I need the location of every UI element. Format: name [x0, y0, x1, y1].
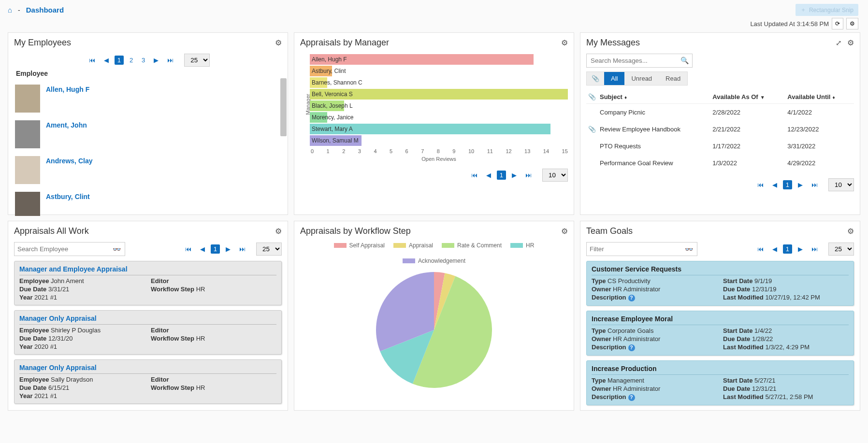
prev-page-icon[interactable]: ◀: [483, 171, 494, 180]
attachment-filter-icon[interactable]: 📎: [587, 72, 604, 85]
page-2[interactable]: 2: [127, 56, 136, 65]
settings-button[interactable]: ⚙: [846, 18, 858, 29]
page-size-select[interactable]: 10: [542, 169, 568, 182]
avatar: [15, 192, 40, 216]
message-row[interactable]: 📎 Review Employee Handbook 2/21/2022 12/…: [586, 121, 854, 138]
first-page-icon[interactable]: ⏮: [86, 56, 98, 65]
page-size-select[interactable]: 25: [256, 243, 282, 256]
card-title: Increase Employee Moral: [592, 315, 849, 325]
breadcrumb-dashboard[interactable]: Dashboard: [26, 6, 64, 14]
avatar: [15, 156, 40, 184]
card-title: Manager Only Appraisal: [19, 314, 276, 325]
goal-card[interactable]: Increase Production Type ManagementStart…: [586, 360, 854, 405]
bar-row[interactable]: Allen, Hugh F: [310, 54, 568, 65]
bar-row[interactable]: Barnes, Shannon C: [310, 77, 568, 88]
current-page[interactable]: 1: [211, 244, 220, 254]
last-page-icon[interactable]: ⏭: [809, 244, 821, 254]
employee-column-header[interactable]: Employee: [14, 67, 282, 81]
last-page-icon[interactable]: ⏭: [809, 180, 821, 189]
page-size-select[interactable]: 10: [828, 178, 854, 191]
filter-read[interactable]: Read: [659, 72, 687, 85]
last-page-icon[interactable]: ⏭: [164, 56, 176, 65]
col-subject[interactable]: Subject♦: [598, 90, 710, 104]
bar-row[interactable]: Morency, Janice: [310, 112, 568, 123]
help-icon[interactable]: ?: [628, 344, 635, 351]
first-page-icon[interactable]: ⏮: [468, 171, 480, 180]
search-icon[interactable]: 🔍: [680, 57, 689, 64]
card-title: Increase Production: [592, 365, 849, 375]
gear-icon[interactable]: ⚙: [275, 38, 282, 47]
current-page[interactable]: 1: [783, 180, 792, 189]
first-page-icon[interactable]: ⏮: [754, 180, 767, 189]
gear-icon[interactable]: ⚙: [561, 227, 568, 236]
rectangular-snip-button[interactable]: ＋ Rectangular Snip: [796, 4, 858, 16]
last-page-icon[interactable]: ⏭: [236, 244, 248, 254]
message-row[interactable]: Performance Goal Review 1/3/2022 4/29/20…: [586, 155, 854, 171]
binoculars-icon[interactable]: 👓: [109, 243, 125, 255]
employee-row[interactable]: Allen, Hugh F: [14, 81, 282, 116]
bar-row[interactable]: Wilson, Samual M: [310, 135, 568, 146]
page-1[interactable]: 1: [115, 56, 124, 65]
bar-row[interactable]: Astbury, Clint: [310, 65, 568, 77]
prev-page-icon[interactable]: ◀: [197, 244, 208, 254]
gear-icon[interactable]: ⚙: [847, 227, 854, 236]
employee-row[interactable]: Astbury, Clint: [14, 188, 282, 216]
current-page[interactable]: 1: [783, 244, 792, 254]
goal-card[interactable]: Increase Employee Moral Type Corporate G…: [586, 311, 854, 356]
popout-icon[interactable]: ⤢: [836, 39, 842, 47]
col-asof[interactable]: Available As Of▼: [710, 90, 785, 104]
appraisal-card[interactable]: Manager Only Appraisal Employee Sally Dr…: [14, 359, 282, 404]
employee-row[interactable]: Ament, John: [14, 116, 282, 152]
gear-icon[interactable]: ⚙: [847, 39, 854, 47]
appraisal-card[interactable]: Manager and Employee Appraisal Employee …: [14, 261, 282, 305]
message-row[interactable]: PTO Requests 1/17/2022 3/31/2022: [586, 138, 854, 155]
filter-all[interactable]: All: [604, 72, 624, 85]
current-page[interactable]: 1: [497, 171, 506, 180]
home-icon[interactable]: ⌂: [8, 6, 12, 14]
prev-page-icon[interactable]: ◀: [769, 244, 780, 254]
next-page-icon[interactable]: ▶: [795, 244, 806, 254]
col-until[interactable]: Available Until♦: [785, 90, 854, 104]
employee-list[interactable]: Allen, Hugh F Ament, John Andrews, Clay …: [14, 81, 282, 216]
page-size-select[interactable]: 25: [828, 243, 854, 256]
filter-unread[interactable]: Unread: [624, 72, 659, 85]
next-page-icon[interactable]: ▶: [151, 56, 161, 65]
gear-icon[interactable]: ⚙: [561, 38, 568, 47]
next-page-icon[interactable]: ▶: [223, 244, 233, 254]
tick-label: 3: [358, 148, 361, 154]
bar-row[interactable]: Black, Joseph L: [310, 100, 568, 112]
help-icon[interactable]: ?: [628, 295, 635, 301]
tick-label: 10: [468, 148, 474, 154]
appraisal-card[interactable]: Manager Only Appraisal Employee Shirley …: [14, 310, 282, 355]
last-page-icon[interactable]: ⏭: [522, 171, 535, 180]
next-page-icon[interactable]: ▶: [795, 180, 806, 189]
tick-label: 6: [405, 148, 408, 154]
prev-page-icon[interactable]: ◀: [769, 180, 780, 189]
first-page-icon[interactable]: ⏮: [754, 244, 767, 254]
help-icon[interactable]: ?: [628, 394, 635, 401]
bar-row[interactable]: Bell, Veronica S: [310, 88, 568, 100]
until-cell: 3/31/2022: [785, 138, 854, 155]
bar-row[interactable]: Stewart, Mary A: [310, 123, 568, 135]
page-size-select[interactable]: 25: [184, 54, 210, 67]
goal-card[interactable]: Customer Service Requests Type CS Produc…: [586, 261, 854, 306]
next-page-icon[interactable]: ▶: [509, 171, 520, 180]
messages-pager: ⏮ ◀ 1 ▶ ⏭ 10: [586, 178, 854, 191]
scrollbar-thumb[interactable]: [280, 78, 287, 136]
search-input[interactable]: [586, 54, 693, 68]
tick-label: 12: [506, 148, 511, 154]
legend-swatch: [393, 243, 406, 248]
tick-label: 5: [390, 148, 392, 154]
binoculars-icon[interactable]: 👓: [681, 243, 697, 255]
refresh-button[interactable]: ⟳: [832, 18, 843, 29]
page-3[interactable]: 3: [139, 56, 148, 65]
prev-page-icon[interactable]: ◀: [101, 56, 112, 65]
legend-swatch: [334, 243, 347, 248]
filter-input[interactable]: [587, 243, 681, 256]
search-input[interactable]: [14, 243, 109, 256]
gear-icon[interactable]: ⚙: [275, 227, 282, 236]
col-attach[interactable]: 📎: [586, 90, 598, 104]
employee-row[interactable]: Andrews, Clay: [14, 152, 282, 188]
first-page-icon[interactable]: ⏮: [182, 244, 194, 254]
message-row[interactable]: Company Picnic 2/28/2022 4/1/2022: [586, 104, 854, 121]
